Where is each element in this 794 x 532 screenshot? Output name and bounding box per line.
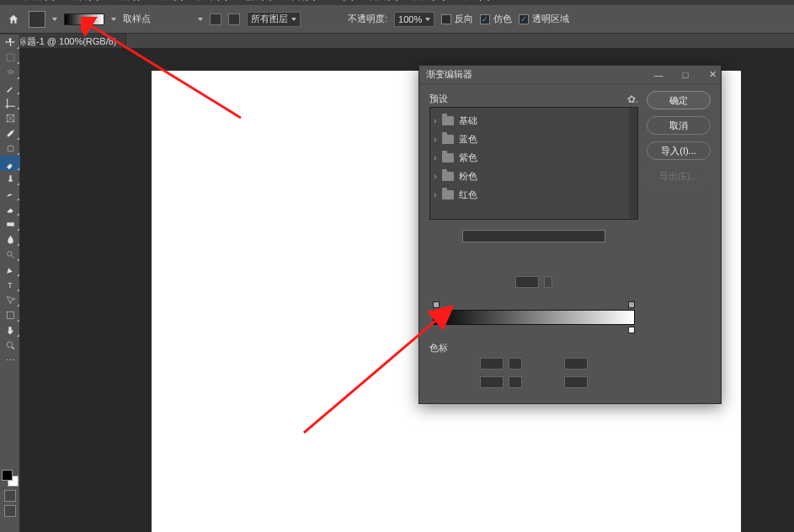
gradient-editor-dialog: 渐变编辑器 — □ ✕ 预设 ✿. ›基础 ›蓝色 ›紫色 ›粉色 ›红色: [418, 65, 722, 404]
svg-line-7: [11, 255, 13, 258]
pen-tool[interactable]: [0, 262, 20, 277]
more-tools[interactable]: ⋯: [0, 353, 20, 368]
hand-tool[interactable]: [0, 322, 20, 338]
transparency-checkbox[interactable]: 透明区域: [519, 13, 569, 25]
gradient-preview[interactable]: [64, 13, 104, 25]
chevron-down-icon[interactable]: [544, 276, 552, 288]
maximize-button[interactable]: □: [680, 70, 690, 80]
lasso-tool[interactable]: [0, 65, 20, 80]
dialog-titlebar[interactable]: 渐变编辑器 — □ ✕: [419, 66, 721, 84]
crop-tool[interactable]: [0, 95, 20, 110]
tool-preset-icon[interactable]: [29, 11, 45, 28]
zoom-tool[interactable]: [0, 338, 20, 353]
sample-label: 取样点: [123, 13, 151, 25]
marquee-tool[interactable]: [0, 50, 20, 65]
eraser-tool[interactable]: [0, 201, 20, 216]
wand-tool[interactable]: [0, 80, 20, 95]
path-tool[interactable]: [0, 292, 20, 307]
chevron-right-icon: ›: [434, 134, 437, 144]
cancel-button[interactable]: 取消: [647, 116, 711, 135]
close-button[interactable]: ✕: [707, 70, 717, 80]
brush-tool[interactable]: [0, 156, 20, 171]
foreground-color[interactable]: [2, 470, 13, 481]
chevron-down-icon: [425, 18, 430, 21]
blur-tool[interactable]: [0, 231, 20, 247]
preset-folder[interactable]: ›紫色: [434, 148, 634, 167]
preset-folder[interactable]: ›粉色: [434, 167, 634, 185]
option-bar: 取样点 所有图层 不透明度: 100% 反向 仿色 透明区域: [0, 5, 794, 34]
healing-tool[interactable]: [0, 141, 20, 156]
ok-button[interactable]: 确定: [647, 91, 711, 109]
dither-checkbox[interactable]: 仿色: [480, 13, 512, 25]
type-tool[interactable]: T: [0, 277, 20, 292]
quickmask-toggle[interactable]: [4, 490, 16, 502]
presets-label: 预设: [429, 93, 448, 105]
gradient-caret-icon[interactable]: [111, 18, 116, 21]
stop-opacity-field[interactable]: [480, 358, 522, 370]
layout-toggle-b[interactable]: [228, 13, 240, 25]
svg-text:T: T: [8, 280, 13, 289]
shape-tool[interactable]: [0, 307, 20, 322]
color-swatch: [2, 470, 19, 487]
chevron-down-icon: [291, 18, 296, 21]
svg-rect-5: [7, 222, 14, 226]
opacity-value: 100%: [398, 14, 422, 24]
gradient-bar[interactable]: [433, 310, 635, 325]
gradient-ramp: [429, 301, 638, 337]
document-tabs: 未标题-1 @ 100%(RGB/8): [0, 34, 794, 49]
tools-panel: T ⋯: [0, 35, 20, 532]
opacity-stop-right[interactable]: [628, 301, 635, 308]
svg-point-6: [7, 251, 11, 255]
scrollbar[interactable]: [629, 108, 637, 219]
stop-position-field[interactable]: [564, 358, 588, 370]
layer-scope-value: 所有图层: [251, 13, 288, 25]
gradient-name-input[interactable]: [462, 230, 605, 242]
color-stop-right[interactable]: [628, 327, 635, 333]
layout-toggle-a[interactable]: [210, 13, 221, 25]
minimize-button[interactable]: —: [653, 70, 663, 80]
stamp-tool[interactable]: [0, 171, 20, 186]
folder-icon: [442, 135, 454, 144]
frame-tool[interactable]: [0, 110, 20, 125]
eyedropper-tool[interactable]: [0, 125, 20, 141]
preset-folder[interactable]: ›红色: [434, 185, 634, 204]
chevron-right-icon: ›: [434, 115, 437, 125]
dodge-tool[interactable]: [0, 247, 20, 262]
chevron-right-icon: ›: [434, 189, 437, 200]
import-button[interactable]: 导入(I)...: [647, 141, 711, 160]
folder-icon: [442, 153, 454, 162]
checkbox-icon: [519, 14, 529, 24]
reverse-checkbox[interactable]: 反向: [441, 13, 473, 25]
tool-preset-caret-icon[interactable]: [52, 18, 57, 21]
svg-rect-9: [7, 311, 13, 318]
sample-caret-icon[interactable]: [198, 18, 203, 21]
export-button: 导出(E)...: [647, 167, 711, 185]
history-brush-tool[interactable]: [0, 186, 20, 201]
home-button[interactable]: [5, 11, 22, 28]
svg-line-11: [12, 347, 14, 349]
preset-list: ›基础 ›蓝色 ›紫色 ›粉色 ›红色: [429, 107, 638, 220]
folder-icon: [442, 172, 454, 181]
smoothness-field[interactable]: [515, 276, 539, 288]
stops-label: 色标: [429, 342, 638, 354]
svg-rect-4: [8, 146, 13, 152]
opacity-label: 不透明度:: [348, 13, 387, 25]
layer-scope-select[interactable]: 所有图层: [247, 12, 301, 27]
svg-point-10: [7, 342, 13, 348]
stop-color-field[interactable]: [480, 376, 522, 388]
dialog-title: 渐变编辑器: [426, 68, 472, 81]
opacity-stop-left[interactable]: [433, 301, 440, 308]
opacity-select[interactable]: 100%: [394, 12, 434, 27]
svg-rect-0: [7, 54, 14, 61]
checkbox-icon: [480, 14, 490, 24]
preset-folder[interactable]: ›蓝色: [434, 130, 634, 148]
preset-folder[interactable]: ›基础: [434, 111, 634, 130]
checkbox-icon: [441, 14, 451, 24]
stop-location-field[interactable]: [564, 376, 588, 388]
gear-icon[interactable]: ✿.: [627, 93, 638, 105]
folder-icon: [442, 116, 454, 125]
gradient-tool[interactable]: [0, 216, 20, 231]
screenmode-toggle[interactable]: [4, 505, 16, 517]
move-tool[interactable]: [0, 35, 20, 50]
chevron-right-icon: ›: [434, 152, 437, 162]
